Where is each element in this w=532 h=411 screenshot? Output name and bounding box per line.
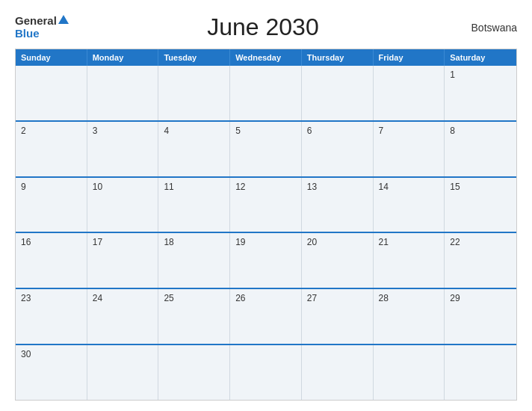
day-number: 28 <box>379 293 439 303</box>
logo-triangle-icon <box>58 15 69 24</box>
day-header-sunday: Sunday <box>16 49 87 66</box>
calendar-cell: 24 <box>87 289 159 344</box>
day-number: 11 <box>164 182 224 192</box>
day-number: 22 <box>450 237 511 247</box>
day-header-friday: Friday <box>374 49 445 66</box>
calendar-week-1: 1 <box>16 66 516 120</box>
calendar-cell <box>374 345 445 400</box>
day-header-thursday: Thursday <box>302 49 374 66</box>
day-number: 18 <box>164 237 224 247</box>
calendar-cell: 1 <box>445 66 516 120</box>
day-header-monday: Monday <box>87 49 159 66</box>
logo: General Blue <box>15 15 69 40</box>
calendar-cell: 25 <box>158 289 230 344</box>
calendar-cell <box>374 66 445 120</box>
calendar-cell: 15 <box>445 178 516 232</box>
calendar-week-4: 16171819202122 <box>16 232 516 288</box>
calendar-cell: 22 <box>445 233 516 288</box>
day-number: 5 <box>235 126 296 136</box>
calendar-week-2: 2345678 <box>16 120 516 176</box>
logo-blue-text: Blue <box>15 28 40 40</box>
day-header-saturday: Saturday <box>445 49 516 66</box>
day-number: 19 <box>235 237 296 247</box>
calendar-week-6: 30 <box>16 344 516 400</box>
calendar-cell: 12 <box>230 178 302 232</box>
day-number: 12 <box>235 182 296 192</box>
calendar-header: SundayMondayTuesdayWednesdayThursdayFrid… <box>16 49 516 66</box>
calendar-cell: 5 <box>230 122 302 176</box>
calendar-week-3: 9101112131415 <box>16 176 516 232</box>
calendar-cell: 11 <box>158 178 230 232</box>
calendar-cell: 29 <box>445 289 516 344</box>
calendar-cell <box>445 345 516 400</box>
calendar-cell <box>158 66 230 120</box>
calendar-cell: 16 <box>16 233 87 288</box>
day-number: 27 <box>307 293 368 303</box>
calendar-cell <box>87 345 159 400</box>
day-number: 29 <box>450 293 511 303</box>
calendar-cell <box>87 66 159 120</box>
calendar-cell <box>230 345 302 400</box>
calendar-cell: 19 <box>230 233 302 288</box>
day-number: 10 <box>93 182 153 192</box>
calendar-cell: 14 <box>374 178 445 232</box>
day-number: 17 <box>93 237 153 247</box>
day-number: 6 <box>307 126 368 136</box>
calendar-cell: 27 <box>302 289 374 344</box>
header: General Blue June 2030 Botswana <box>15 13 517 41</box>
calendar-cell: 18 <box>158 233 230 288</box>
calendar-cell <box>302 345 374 400</box>
calendar-cell: 17 <box>87 233 159 288</box>
calendar-cell: 30 <box>16 345 87 400</box>
day-number: 3 <box>93 126 153 136</box>
calendar: SundayMondayTuesdayWednesdayThursdayFrid… <box>15 49 517 401</box>
calendar-cell <box>158 345 230 400</box>
day-number: 13 <box>307 182 368 192</box>
country-label: Botswana <box>457 22 517 34</box>
day-number: 24 <box>93 293 153 303</box>
calendar-body: 1234567891011121314151617181920212223242… <box>16 66 516 400</box>
day-header-tuesday: Tuesday <box>158 49 230 66</box>
calendar-cell <box>16 66 87 120</box>
day-number: 16 <box>21 237 81 247</box>
calendar-cell: 20 <box>302 233 374 288</box>
day-number: 21 <box>379 237 439 247</box>
calendar-cell <box>230 66 302 120</box>
calendar-cell: 3 <box>87 122 159 176</box>
day-number: 2 <box>21 126 81 136</box>
logo-general-text: General <box>15 15 57 28</box>
day-number: 25 <box>164 293 224 303</box>
month-title: June 2030 <box>69 13 457 41</box>
calendar-cell: 4 <box>158 122 230 176</box>
calendar-cell: 6 <box>302 122 374 176</box>
day-number: 26 <box>235 293 296 303</box>
calendar-cell: 8 <box>445 122 516 176</box>
page: General Blue June 2030 Botswana SundayMo… <box>0 0 532 411</box>
calendar-cell: 9 <box>16 178 87 232</box>
day-number: 14 <box>379 182 439 192</box>
day-number: 4 <box>164 126 224 136</box>
day-number: 9 <box>21 182 81 192</box>
calendar-cell: 7 <box>374 122 445 176</box>
calendar-cell: 28 <box>374 289 445 344</box>
day-number: 23 <box>21 293 81 303</box>
day-number: 30 <box>21 349 81 359</box>
calendar-cell: 2 <box>16 122 87 176</box>
calendar-cell: 13 <box>302 178 374 232</box>
day-number: 1 <box>450 69 511 80</box>
calendar-week-5: 23242526272829 <box>16 288 516 344</box>
day-number: 7 <box>379 126 439 136</box>
day-number: 8 <box>450 126 511 136</box>
calendar-cell: 23 <box>16 289 87 344</box>
calendar-cell: 21 <box>374 233 445 288</box>
calendar-cell <box>302 66 374 120</box>
day-header-wednesday: Wednesday <box>230 49 302 66</box>
day-number: 15 <box>450 182 511 192</box>
calendar-cell: 10 <box>87 178 159 232</box>
calendar-cell: 26 <box>230 289 302 344</box>
day-number: 20 <box>307 237 368 247</box>
